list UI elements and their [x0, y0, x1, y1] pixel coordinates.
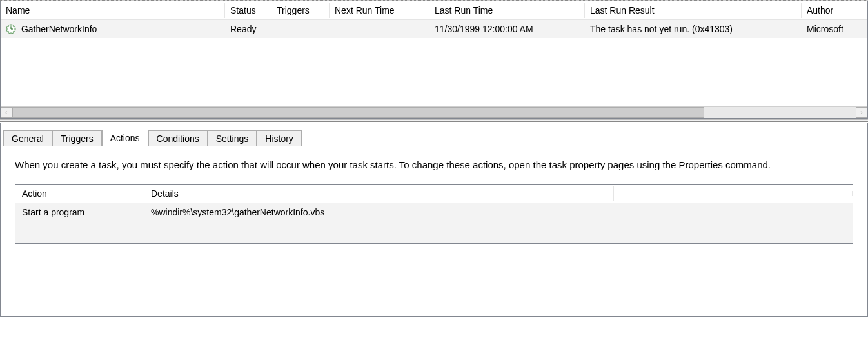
- clock-icon: [6, 24, 16, 34]
- task-list-header-row: Name Status Triggers Next Run Time Last …: [1, 1, 867, 20]
- actions-table: Action Details Start a program %windir%\…: [15, 184, 853, 244]
- tab-triggers[interactable]: Triggers: [52, 130, 102, 146]
- task-list-body: GatherNetworkInfo Ready 11/30/1999 12:00…: [1, 20, 867, 106]
- column-header-name[interactable]: Name: [1, 3, 225, 18]
- actions-column-header-spacer: [614, 191, 853, 196]
- task-details-pane: General Triggers Actions Conditions Sett…: [0, 123, 868, 317]
- tab-settings[interactable]: Settings: [208, 130, 257, 146]
- actions-column-header-action[interactable]: Action: [15, 186, 144, 201]
- column-header-status[interactable]: Status: [225, 3, 271, 18]
- column-header-last-run[interactable]: Last Run Time: [429, 3, 585, 18]
- column-header-last-result[interactable]: Last Run Result: [585, 3, 802, 18]
- actions-row-action: Start a program: [15, 204, 144, 220]
- actions-column-header-details[interactable]: Details: [144, 186, 614, 201]
- details-tab-bar: General Triggers Actions Conditions Sett…: [1, 127, 867, 146]
- task-row-triggers: [271, 27, 330, 31]
- task-row-name-cell: GatherNetworkInfo: [1, 22, 225, 36]
- column-header-triggers[interactable]: Triggers: [271, 3, 330, 18]
- task-row-status: Ready: [225, 22, 271, 36]
- scrollbar-track[interactable]: [12, 107, 856, 118]
- tab-conditions[interactable]: Conditions: [148, 130, 208, 146]
- actions-table-body: Start a program %windir%\system32\gather…: [15, 203, 853, 243]
- scrollbar-thumb[interactable]: [12, 107, 704, 118]
- task-row[interactable]: GatherNetworkInfo Ready 11/30/1999 12:00…: [1, 20, 867, 38]
- actions-row-spacer: [614, 210, 853, 215]
- actions-row-details: %windir%\system32\gatherNetworkInfo.vbs: [144, 204, 614, 220]
- tab-history[interactable]: History: [257, 130, 302, 146]
- actions-table-header: Action Details: [15, 185, 853, 203]
- task-row-last-run: 11/30/1999 12:00:00 AM: [429, 22, 585, 36]
- task-list-pane: Name Status Triggers Next Run Time Last …: [0, 1, 868, 119]
- scroll-right-arrow-icon[interactable]: ›: [856, 107, 867, 118]
- tab-actions[interactable]: Actions: [102, 130, 148, 146]
- task-row-next-run: [330, 27, 429, 31]
- horizontal-scrollbar[interactable]: ‹ ›: [1, 106, 867, 118]
- task-row-author: Microsoft: [802, 22, 867, 36]
- column-header-next-run[interactable]: Next Run Time: [330, 3, 429, 18]
- task-row-last-result: The task has not yet run. (0x41303): [585, 22, 802, 36]
- splitter-grip: [0, 119, 868, 122]
- column-header-author[interactable]: Author: [802, 3, 867, 18]
- actions-description: When you create a task, you must specify…: [15, 158, 840, 173]
- tab-actions-content: When you create a task, you must specify…: [1, 146, 867, 250]
- tab-general[interactable]: General: [3, 130, 52, 146]
- task-row-name: GatherNetworkInfo: [21, 24, 97, 34]
- pane-splitter[interactable]: [0, 119, 868, 123]
- scroll-left-arrow-icon[interactable]: ‹: [1, 107, 12, 118]
- actions-table-row[interactable]: Start a program %windir%\system32\gather…: [15, 203, 853, 221]
